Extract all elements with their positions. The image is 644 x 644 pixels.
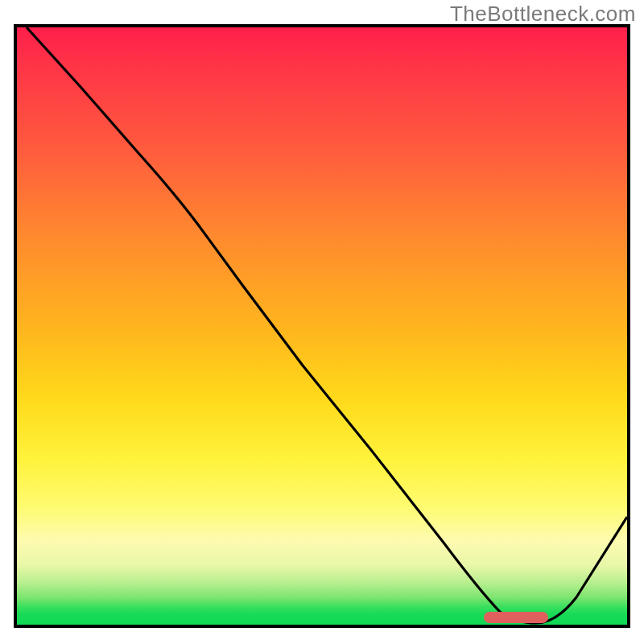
optimum-marker [484,612,548,623]
watermark-label: TheBottleneck.com [450,2,636,27]
overlay-svg [17,27,627,625]
plot-area [14,24,630,628]
bottleneck-curve [27,27,627,623]
chart-container: TheBottleneck.com [0,0,644,644]
